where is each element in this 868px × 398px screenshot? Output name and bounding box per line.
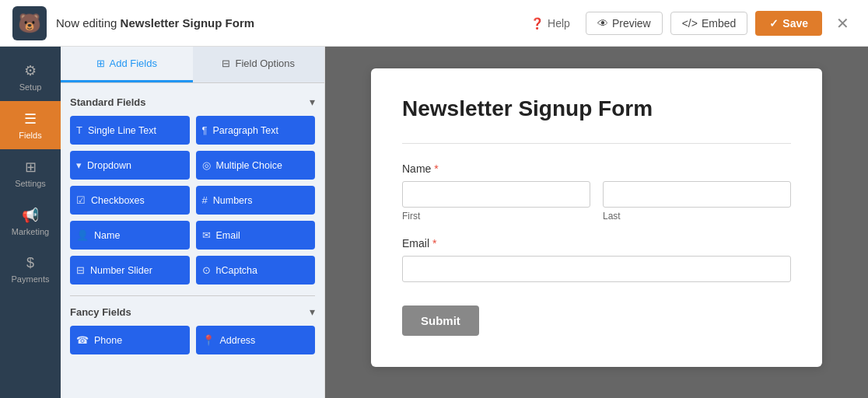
paragraph-text-icon: ¶ [202, 124, 208, 136]
sidebar-item-marketing[interactable]: 📢 Marketing [0, 197, 61, 246]
form-card: Newsletter Signup Form Name * First Last [371, 68, 822, 367]
code-icon: </> [682, 17, 698, 30]
sidebar-label-setup: Setup [19, 82, 42, 92]
dropdown-icon: ▾ [76, 159, 82, 171]
help-label: Help [548, 17, 570, 30]
embed-button[interactable]: </> Embed [670, 12, 748, 35]
hcaptcha-label: hCaptcha [216, 265, 258, 276]
field-btn-single-line-text[interactable]: T Single Line Text [70, 116, 190, 145]
fancy-fields-section-header: Fancy Fields ▾ [70, 305, 315, 318]
field-btn-address[interactable]: 📍 Address [196, 326, 316, 354]
standard-fields-grid: T Single Line Text ¶ Paragraph Text ▾ Dr… [70, 116, 315, 285]
header-title: Now editing Newsletter Signup Form [56, 16, 513, 30]
form-name: Newsletter Signup Form [121, 16, 255, 30]
hcaptcha-icon: ⊙ [202, 264, 211, 276]
standard-fields-section-header: Standard Fields ▾ [70, 96, 315, 108]
field-btn-checkboxes[interactable]: ☑ Checkboxes [70, 186, 190, 215]
number-slider-icon: ⊟ [76, 264, 85, 276]
gear-icon: ⚙ [24, 62, 37, 79]
checkboxes-label: Checkboxes [91, 195, 145, 206]
standard-fields-title: Standard Fields [70, 96, 146, 108]
form-email-group: Email * [402, 237, 791, 282]
fancy-fields-title: Fancy Fields [70, 306, 131, 318]
add-fields-icon: ⊞ [96, 58, 105, 69]
fancy-fields-toggle[interactable]: ▾ [310, 305, 315, 318]
fields-icon: ☰ [24, 110, 37, 127]
field-btn-dropdown[interactable]: ▾ Dropdown [70, 151, 190, 180]
tab-add-fields[interactable]: ⊞ Add Fields [61, 47, 193, 82]
editing-prefix: Now editing [56, 16, 117, 30]
email-icon: ✉ [202, 229, 211, 241]
dropdown-label: Dropdown [87, 160, 131, 171]
sidebar-label-fields: Fields [19, 131, 41, 140]
preview-area: Newsletter Signup Form Name * First Last [325, 47, 868, 398]
numbers-icon: # [202, 194, 208, 206]
email-required-star: * [432, 237, 436, 250]
field-btn-number-slider[interactable]: ⊟ Number Slider [70, 256, 190, 285]
sidebar-label-payments: Payments [12, 274, 50, 284]
checkboxes-icon: ☑ [76, 194, 86, 206]
help-icon: ❓ [530, 17, 544, 30]
check-icon: ✓ [769, 17, 779, 30]
form-name-row: First Last [402, 181, 791, 222]
preview-button[interactable]: 👁 Preview [586, 12, 663, 35]
field-btn-name[interactable]: 👤 Name [70, 221, 190, 250]
settings-icon: ⊞ [25, 159, 37, 176]
field-options-icon: ⊟ [222, 58, 230, 69]
multiple-choice-label: Multiple Choice [216, 160, 282, 171]
sidebar-item-fields[interactable]: ☰ Fields [0, 101, 61, 149]
main-layout: ⚙ Setup ☰ Fields ⊞ Settings 📢 Marketing … [0, 47, 868, 398]
form-first-label: First [402, 211, 590, 222]
help-button[interactable]: ❓ Help [523, 12, 578, 34]
form-last-input[interactable] [603, 181, 791, 208]
field-btn-phone[interactable]: ☎ Phone [70, 326, 190, 354]
name-required-star: * [434, 162, 438, 175]
marketing-icon: 📢 [22, 207, 39, 224]
field-btn-paragraph-text[interactable]: ¶ Paragraph Text [196, 116, 316, 145]
eye-icon: 👁 [597, 17, 608, 30]
sidebar-item-settings[interactable]: ⊞ Settings [0, 149, 61, 197]
name-label: Name [94, 230, 120, 241]
form-name-label: Name * [402, 162, 791, 175]
phone-icon: ☎ [76, 334, 89, 346]
field-btn-numbers[interactable]: # Numbers [196, 186, 316, 215]
name-label-text: Name [402, 162, 431, 175]
single-line-text-label: Single Line Text [88, 125, 156, 136]
submit-label: Submit [421, 314, 460, 327]
submit-button[interactable]: Submit [402, 305, 479, 336]
panel-tabs: ⊞ Add Fields ⊟ Field Options [61, 47, 324, 83]
email-label-text: Email [402, 237, 429, 250]
form-email-label: Email * [402, 237, 791, 250]
sidebar-item-setup[interactable]: ⚙ Setup [0, 53, 61, 101]
app-logo: 🐻 [12, 6, 47, 40]
form-last-col: Last [603, 181, 791, 222]
form-first-col: First [402, 181, 590, 222]
tab-add-fields-label: Add Fields [110, 58, 157, 69]
field-btn-multiple-choice[interactable]: ◎ Multiple Choice [196, 151, 316, 180]
multiple-choice-icon: ◎ [202, 159, 211, 171]
close-button[interactable]: ✕ [830, 11, 856, 36]
form-title: Newsletter Signup Form [402, 96, 791, 121]
form-name-group: Name * First Last [402, 162, 791, 222]
preview-label: Preview [612, 17, 651, 30]
header: 🐻 Now editing Newsletter Signup Form ❓ H… [0, 0, 868, 47]
numbers-label: Numbers [213, 195, 253, 206]
tab-field-options[interactable]: ⊟ Field Options [193, 47, 325, 82]
header-actions: ❓ Help 👁 Preview </> Embed ✓ Save ✕ [523, 11, 856, 36]
phone-label: Phone [94, 335, 122, 346]
save-button[interactable]: ✓ Save [755, 11, 822, 36]
form-last-label: Last [603, 211, 791, 222]
single-line-text-icon: T [76, 124, 82, 136]
field-btn-hcaptcha[interactable]: ⊙ hCaptcha [196, 256, 316, 285]
form-first-input[interactable] [402, 181, 590, 208]
sidebar-label-marketing: Marketing [12, 227, 49, 236]
sidebar-item-payments[interactable]: $ Payments [0, 246, 61, 293]
standard-fields-toggle[interactable]: ▾ [310, 96, 315, 108]
field-btn-email[interactable]: ✉ Email [196, 221, 316, 250]
fancy-fields-grid: ☎ Phone 📍 Address [70, 326, 315, 354]
form-divider [402, 143, 791, 144]
form-email-input[interactable] [402, 256, 791, 282]
fields-panel: ⊞ Add Fields ⊟ Field Options Standard Fi… [61, 47, 325, 398]
panel-content: Standard Fields ▾ T Single Line Text ¶ P… [61, 83, 324, 398]
sidebar-label-settings: Settings [15, 179, 46, 188]
